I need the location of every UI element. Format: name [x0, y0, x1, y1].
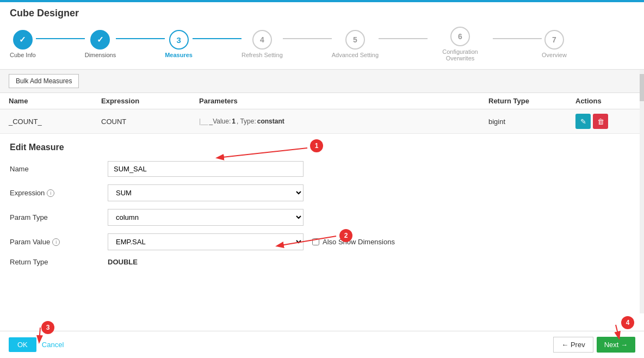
param-value-label: Param Value i: [10, 238, 108, 246]
step-label-5: Advanced Setting: [332, 52, 379, 58]
also-show-dimensions-label[interactable]: Also Show Dimensions: [312, 238, 395, 246]
toolbar-bar: Bulk Add Measures: [0, 70, 644, 93]
main-content: Bulk Add Measures Name Expression Parame…: [0, 70, 644, 313]
col-header-expression: Expression: [101, 97, 199, 105]
scrollbar[interactable]: [640, 70, 644, 313]
svg-line-3: [616, 325, 619, 338]
param-value: 1: [232, 118, 236, 125]
param-type: constant: [257, 118, 284, 125]
row-expression: COUNT: [101, 118, 199, 126]
step-circle-3: 3: [169, 30, 189, 50]
bottom-bar: 3 OK Cancel 4 ← Prev Next →: [0, 331, 644, 358]
form-row-expression: Expression i SUM COUNT AVG MIN MAX: [10, 184, 634, 201]
cancel-button[interactable]: Cancel: [42, 341, 64, 349]
expression-label: Expression i: [10, 189, 108, 197]
step-label-7: Overview: [542, 52, 567, 58]
wizard-step-5[interactable]: 5 Advanced Setting: [332, 30, 379, 58]
edit-button[interactable]: ✎: [575, 114, 591, 129]
row-return-type: bigint: [488, 118, 575, 126]
param-type-label: Param Type: [10, 213, 108, 221]
step-label-4: Refresh Setting: [242, 52, 283, 58]
next-button[interactable]: Next →: [597, 337, 635, 353]
form-row-name: Name: [10, 161, 634, 177]
connector-4-5: [283, 38, 332, 39]
param-value-info-icon[interactable]: i: [52, 238, 60, 246]
edit-measure-section: Edit Measure 1 Name Expression i SUM COU…: [0, 134, 644, 282]
wizard-step-3[interactable]: 3 Measures: [165, 30, 193, 58]
bottom-left: 3 OK Cancel: [9, 337, 64, 352]
step-circle-6: 6: [450, 27, 470, 46]
col-header-parameters: Parameters: [199, 97, 488, 105]
step-circle-1: ✓: [13, 30, 33, 50]
wizard-step-1[interactable]: ✓ Cube Info: [10, 30, 36, 58]
expression-info-icon[interactable]: i: [47, 189, 54, 197]
param-value-select[interactable]: EMP.SAL EMP.EMPNO EMP.DEPTNO: [108, 233, 304, 250]
step-circle-2: ✓: [90, 30, 110, 50]
expression-select[interactable]: SUM COUNT AVG MIN MAX: [108, 184, 304, 201]
name-label: Name: [10, 165, 108, 173]
step-circle-5: 5: [345, 30, 365, 50]
name-input[interactable]: [108, 161, 304, 177]
wizard-step-6[interactable]: 6 Configuration Overwrites: [428, 27, 493, 61]
annotation-1: 1: [310, 139, 323, 152]
col-header-actions: Actions: [575, 97, 635, 105]
param-type-select[interactable]: column constant expression: [108, 209, 304, 226]
connector-1-2: [36, 38, 85, 39]
wizard-container: ✓ Cube Info ✓ Dimensions 3 Measures 4 Re…: [0, 22, 644, 70]
also-show-dimensions-checkbox[interactable]: [312, 238, 319, 245]
form-row-param-type: Param Type column constant expression: [10, 209, 634, 226]
form-row-param-value: Param Value i EMP.SAL EMP.EMPNO EMP.DEPT…: [10, 233, 634, 250]
page-title: Cube Designer: [0, 2, 644, 22]
bulk-add-measures-button[interactable]: Bulk Add Measures: [9, 74, 79, 88]
wizard-step-2[interactable]: ✓ Dimensions: [85, 30, 116, 58]
connector-2-3: [116, 38, 165, 39]
col-header-return-type: Return Type: [488, 97, 575, 105]
bottom-right: 4 ← Prev Next →: [553, 337, 635, 353]
table-header: Name Expression Parameters Return Type A…: [0, 93, 644, 109]
param-label-value: _Value:: [209, 118, 231, 125]
step-circle-7: 7: [544, 30, 564, 50]
param-label-type: , Type:: [237, 118, 256, 125]
annotation-4: 4: [621, 316, 634, 329]
row-parameters: |__ _Value:1 , Type:constant: [199, 118, 488, 125]
delete-button[interactable]: 🗑: [593, 114, 608, 129]
ok-button[interactable]: OK: [9, 337, 36, 352]
param-bracket-left: |__: [199, 118, 208, 125]
col-header-name: Name: [9, 97, 101, 105]
return-type-value: DOUBLE: [108, 258, 138, 266]
step-circle-4: 4: [252, 30, 272, 50]
step-label-2: Dimensions: [85, 52, 116, 58]
row-name: _COUNT_: [9, 118, 101, 126]
row-actions: ✎ 🗑: [575, 114, 635, 129]
table-row: _COUNT_ COUNT |__ _Value:1 , Type:consta…: [0, 109, 644, 134]
wizard-step-4[interactable]: 4 Refresh Setting: [242, 30, 283, 58]
step-label-1: Cube Info: [10, 52, 36, 58]
return-type-label: Return Type: [10, 258, 108, 266]
prev-button[interactable]: ← Prev: [553, 337, 593, 353]
wizard-step-7[interactable]: 7 Overview: [542, 30, 567, 58]
connector-5-6: [379, 38, 428, 39]
scrollbar-thumb[interactable]: [640, 74, 644, 101]
annotation-2: 2: [339, 229, 352, 242]
step-label-6: Configuration Overwrites: [428, 48, 493, 61]
form-row-return-type: Return Type DOUBLE: [10, 258, 634, 266]
connector-6-7: [493, 38, 542, 39]
connector-3-4: [193, 38, 242, 39]
svg-line-2: [39, 328, 40, 342]
step-label-3: Measures: [165, 52, 193, 58]
annotation-3: 3: [41, 321, 54, 334]
